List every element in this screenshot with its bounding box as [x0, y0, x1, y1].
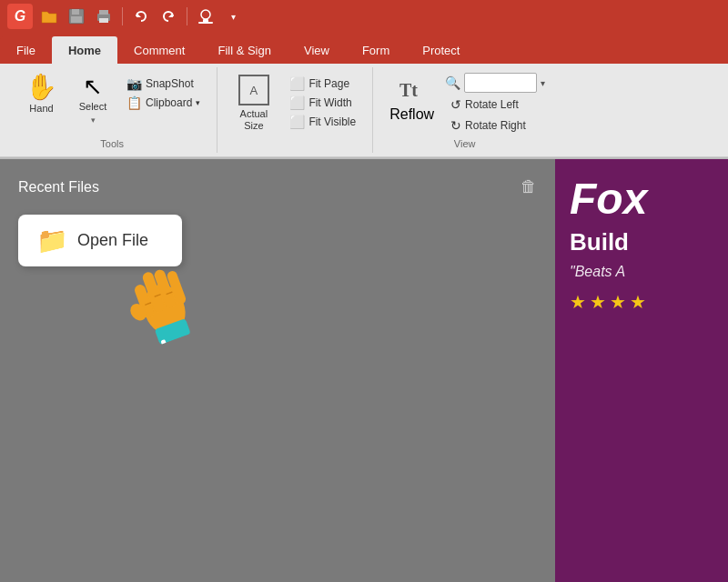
main-content: Recent Files 🗑 📁 Open File — [0, 159, 728, 582]
svg-rect-14 — [141, 271, 166, 314]
app-icon: G — [7, 4, 33, 29]
dropdown-btn[interactable]: ▾ — [222, 5, 244, 27]
view-group-content: Tt Reflow 🔍 ▾ ↺ Rotate Left ↻ Rota — [384, 71, 545, 135]
save-btn[interactable] — [66, 5, 87, 27]
clipboard-label: Clipboard — [146, 96, 192, 109]
svg-rect-5 — [99, 18, 108, 23]
hand-tool-button[interactable]: ✋ Hand — [18, 71, 65, 118]
svg-line-22 — [167, 292, 172, 294]
svg-line-21 — [155, 295, 160, 296]
snapshot-icon: 📷 — [126, 76, 142, 91]
svg-rect-19 — [160, 339, 167, 346]
recent-files-title: Recent Files — [18, 179, 99, 196]
app-icon-label: G — [15, 8, 25, 25]
star-2: ★ — [590, 291, 606, 313]
svg-rect-16 — [166, 270, 187, 306]
select-tool-button[interactable]: ↖ Select ▾ — [70, 71, 116, 128]
foxit-ad-quote: "Beats A — [570, 264, 713, 280]
view-group: Tt Reflow 🔍 ▾ ↺ Rotate Left ↻ Rota — [373, 67, 556, 153]
rotate-left-icon: ↺ — [450, 97, 461, 112]
ribbon-panel: ✋ Hand ↖ Select ▾ 📷 SnapShot 📋 Clipboard… — [0, 64, 728, 157]
undo-btn[interactable] — [130, 5, 152, 27]
tab-protect[interactable]: Protect — [406, 36, 476, 64]
stamp-btn[interactable] — [195, 5, 217, 27]
svg-point-8 — [201, 10, 210, 19]
fit-page-button[interactable]: ⬜ Fit Page — [284, 75, 361, 93]
open-file-label: Open File — [77, 231, 148, 250]
toolbar-separator — [122, 7, 123, 25]
tab-view[interactable]: View — [288, 36, 346, 64]
redo-btn[interactable] — [157, 5, 179, 27]
svg-rect-4 — [99, 10, 108, 15]
select-icon: ↖ — [83, 75, 103, 98]
tab-comment[interactable]: Comment — [117, 36, 201, 64]
fit-page-icon: ⬜ — [289, 76, 305, 91]
hand-label: Hand — [29, 103, 53, 115]
clipboard-button[interactable]: 📋 Clipboard ▾ — [121, 94, 206, 112]
open-file-button[interactable]: 📁 Open File — [18, 215, 182, 266]
star-4: ★ — [630, 291, 646, 313]
fit-width-button[interactable]: ⬜ Fit Width — [284, 94, 361, 112]
fit-col: ⬜ Fit Page ⬜ Fit Width ⬜ Fit Visible — [284, 75, 361, 131]
reflow-button[interactable]: Tt Reflow — [384, 71, 440, 126]
tools-group: ✋ Hand ↖ Select ▾ 📷 SnapShot 📋 Clipboard… — [7, 67, 217, 153]
tools-group-content: ✋ Hand ↖ Select ▾ 📷 SnapShot 📋 Clipboard… — [18, 71, 206, 135]
rotate-right-label: Rotate Right — [465, 119, 526, 132]
svg-text:Tt: Tt — [399, 80, 418, 100]
svg-marker-7 — [168, 13, 173, 17]
reflow-icon: Tt — [398, 75, 427, 104]
actual-size-button[interactable]: A ActualSize — [228, 71, 278, 135]
size-group-content: A ActualSize ⬜ Fit Page ⬜ Fit Width ⬜ Fi… — [228, 71, 361, 146]
trash-icon[interactable]: 🗑 — [521, 177, 537, 196]
foxit-ad-subtitle: Build — [570, 228, 713, 256]
svg-marker-6 — [136, 13, 141, 17]
folder-icon: 📁 — [36, 226, 68, 256]
clipboard-icon: 📋 — [126, 95, 142, 110]
tools-group-label: Tools — [100, 138, 124, 149]
rotate-left-label: Rotate Left — [465, 98, 519, 111]
rotate-left-button[interactable]: ↺ Rotate Left — [445, 95, 545, 114]
fit-width-label: Fit Width — [308, 96, 351, 109]
svg-point-12 — [137, 278, 192, 340]
reflow-label: Reflow — [389, 106, 434, 123]
hand-icon: ✋ — [25, 75, 57, 100]
tab-home[interactable]: Home — [52, 36, 117, 64]
svg-rect-18 — [155, 318, 191, 345]
zoom-out-icon[interactable]: 🔍 — [445, 75, 460, 90]
select-arrow: ▾ — [91, 115, 96, 125]
zoom-dropdown-arrow[interactable]: ▾ — [541, 78, 545, 88]
open-btn[interactable] — [38, 5, 60, 27]
svg-rect-15 — [153, 268, 177, 309]
star-3: ★ — [610, 291, 626, 313]
recent-files-panel: Recent Files 🗑 📁 Open File — [0, 159, 555, 582]
svg-rect-1 — [72, 9, 79, 15]
ribbon-tabs: File Home Comment Fill & Sign View Form … — [0, 33, 728, 64]
view-group-label: View — [454, 138, 476, 149]
tab-fill-sign[interactable]: Fill & Sign — [201, 36, 288, 64]
fit-visible-icon: ⬜ — [289, 115, 305, 129]
svg-rect-10 — [198, 22, 213, 24]
snapshot-label: SnapShot — [146, 77, 194, 90]
fit-visible-label: Fit Visible — [308, 115, 356, 128]
svg-rect-13 — [133, 283, 155, 319]
tab-file[interactable]: File — [0, 36, 52, 64]
fit-visible-button[interactable]: ⬜ Fit Visible — [284, 113, 361, 131]
fit-width-icon: ⬜ — [289, 95, 305, 110]
star-1: ★ — [570, 291, 586, 313]
actual-size-icon: A — [238, 75, 269, 105]
print-btn[interactable] — [93, 5, 115, 27]
fit-page-label: Fit Page — [308, 77, 349, 90]
recent-files-header: Recent Files 🗑 — [18, 177, 537, 196]
svg-point-17 — [127, 300, 150, 324]
tab-form[interactable]: Form — [346, 36, 406, 64]
toolbar-separator2 — [187, 7, 187, 25]
rotate-right-icon: ↻ — [450, 118, 461, 133]
svg-rect-2 — [71, 16, 82, 23]
foxit-panel: Fox Build "Beats A ★ ★ ★ ★ — [555, 159, 728, 582]
rotate-right-button[interactable]: ↻ Rotate Right — [445, 116, 545, 135]
clipboard-arrow: ▾ — [196, 98, 200, 107]
tools-small-col: 📷 SnapShot 📋 Clipboard ▾ — [121, 75, 206, 112]
zoom-input[interactable] — [464, 73, 537, 93]
zoom-row: 🔍 ▾ — [445, 73, 545, 93]
snapshot-button[interactable]: 📷 SnapShot — [121, 75, 206, 93]
